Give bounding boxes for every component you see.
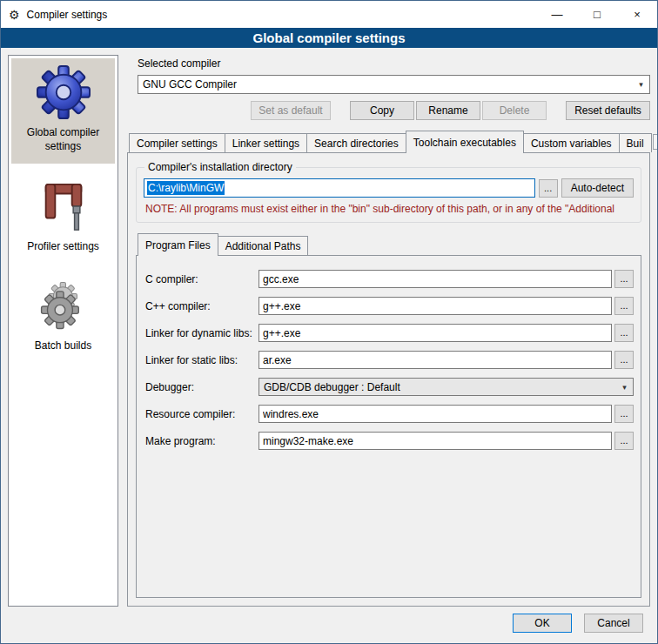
debugger-value: GDB/CDB debugger : Default [264, 381, 400, 393]
main-panel: Selected compiler GNU GCC Compiler ▾ Set… [127, 55, 650, 607]
selected-compiler-value: GNU GCC Compiler [143, 78, 237, 91]
sidebar-item-batch-builds[interactable]: Batch builds [11, 275, 115, 364]
tab-scroll-left-icon[interactable]: ◄ [653, 134, 658, 150]
tab-compiler-settings[interactable]: Compiler settings [129, 133, 225, 152]
c-compiler-row: C compiler: ... [145, 270, 634, 288]
tab-search-directories[interactable]: Search directories [306, 133, 406, 152]
resource-compiler-input[interactable] [258, 405, 612, 423]
settings-tab-strip: Compiler settings Linker settings Search… [127, 131, 650, 152]
static-linker-input[interactable] [258, 351, 612, 369]
installation-directory-input[interactable]: C:\raylib\MinGW [144, 178, 535, 198]
installation-directory-row: C:\raylib\MinGW ... Auto-detect [144, 178, 634, 198]
debugger-select[interactable]: GDB/CDB debugger : Default ▾ [258, 378, 634, 396]
set-as-default-button[interactable]: Set as default [251, 101, 331, 120]
delete-button[interactable]: Delete [482, 101, 547, 120]
tab-scrollers: ◄ ► [651, 134, 658, 152]
static-linker-browse-button[interactable]: ... [614, 351, 634, 369]
cpp-compiler-row: C++ compiler: ... [145, 297, 634, 315]
sidebar-spacer [11, 164, 115, 174]
dynamic-linker-browse-button[interactable]: ... [614, 324, 634, 342]
static-linker-label: Linker for static libs: [145, 354, 258, 366]
dynamic-linker-row: Linker for dynamic libs: ... [145, 324, 634, 342]
rename-button[interactable]: Rename [416, 101, 480, 120]
c-compiler-browse-button[interactable]: ... [614, 270, 634, 288]
auto-detect-button[interactable]: Auto-detect [561, 178, 634, 198]
maximize-button[interactable]: □ [577, 1, 617, 28]
note-text: NOTE: All programs must exist either in … [145, 203, 632, 215]
copy-button[interactable]: Copy [350, 101, 414, 120]
close-button[interactable]: × [617, 1, 657, 28]
settings-category-list: Global compiler settings [8, 55, 118, 607]
selected-compiler-label: Selected compiler [138, 57, 650, 70]
blue-gear-icon [37, 65, 91, 119]
cancel-button[interactable]: Cancel [584, 614, 643, 633]
dialog-content: Global compiler settings [1, 48, 657, 612]
dynamic-linker-label: Linker for dynamic libs: [145, 327, 258, 339]
window-title: Compiler settings [27, 9, 108, 21]
sidebar-item-label: Global compiler settings [14, 126, 112, 153]
program-files-tab-strip: Program Files Additional Paths [136, 233, 641, 255]
sidebar-item-label: Batch builds [35, 339, 91, 353]
toolchain-executables-panel: Compiler's installation directory C:\ray… [127, 152, 650, 607]
installation-directory-browse-button[interactable]: ... [539, 179, 558, 198]
tab-linker-settings[interactable]: Linker settings [225, 133, 307, 152]
chevron-down-icon: ▾ [634, 77, 648, 92]
c-compiler-input[interactable] [258, 270, 612, 288]
static-linker-row: Linker for static libs: ... [145, 351, 634, 369]
sidebar-item-profiler-settings[interactable]: Profiler settings [11, 174, 115, 265]
sidebar-spacer [11, 265, 115, 275]
tab-custom-variables[interactable]: Custom variables [523, 133, 620, 152]
caption-buttons: — □ × [537, 1, 657, 28]
debugger-label: Debugger: [145, 381, 258, 393]
resource-compiler-row: Resource compiler: ... [145, 405, 634, 423]
profiler-clamp-icon [40, 181, 87, 233]
make-program-browse-button[interactable]: ... [614, 432, 634, 450]
installation-directory-value: C:\raylib\MinGW [147, 181, 225, 195]
make-program-label: Make program: [145, 435, 258, 447]
make-program-row: Make program: ... [145, 432, 634, 450]
dynamic-linker-input[interactable] [258, 324, 612, 342]
cpp-compiler-label: C++ compiler: [145, 300, 258, 312]
cpp-compiler-browse-button[interactable]: ... [614, 297, 634, 315]
installation-directory-group: Compiler's installation directory C:\ray… [136, 167, 641, 223]
c-compiler-label: C compiler: [145, 273, 258, 285]
debugger-row: Debugger: GDB/CDB debugger : Default ▾ [145, 378, 634, 396]
installation-directory-group-title: Compiler's installation directory [144, 161, 296, 173]
cpp-compiler-input[interactable] [258, 297, 612, 315]
ok-button[interactable]: OK [513, 614, 572, 633]
resource-compiler-label: Resource compiler: [145, 408, 258, 420]
sidebar-item-global-compiler-settings[interactable]: Global compiler settings [11, 58, 115, 164]
tab-toolchain-executables[interactable]: Toolchain executables [406, 131, 524, 153]
title-bar: ⚙ Compiler settings — □ × [1, 1, 657, 28]
tab-build-options-truncated[interactable]: Buil [619, 133, 652, 152]
minimize-button[interactable]: — [537, 1, 577, 28]
chevron-down-icon: ▾ [617, 379, 632, 394]
resource-compiler-browse-button[interactable]: ... [614, 405, 634, 423]
dialog-footer: OK Cancel [1, 612, 657, 643]
sidebar-item-label: Profiler settings [27, 240, 99, 254]
subtab-additional-paths[interactable]: Additional Paths [218, 236, 309, 255]
compiler-settings-window: ⚙ Compiler settings — □ × Global compile… [0, 0, 658, 644]
app-icon: ⚙ [9, 9, 20, 21]
reset-defaults-button[interactable]: Reset defaults [566, 101, 650, 120]
page-title: Global compiler settings [1, 28, 657, 48]
compiler-action-buttons: Set as default Copy Rename Delete Reset … [138, 101, 650, 120]
program-files-panel: C compiler: ... C++ compiler: ... Linker… [136, 255, 641, 598]
make-program-input[interactable] [258, 432, 612, 450]
subtab-program-files[interactable]: Program Files [138, 233, 218, 256]
gray-gears-icon [38, 282, 89, 332]
selected-compiler-select[interactable]: GNU GCC Compiler ▾ [138, 75, 650, 94]
